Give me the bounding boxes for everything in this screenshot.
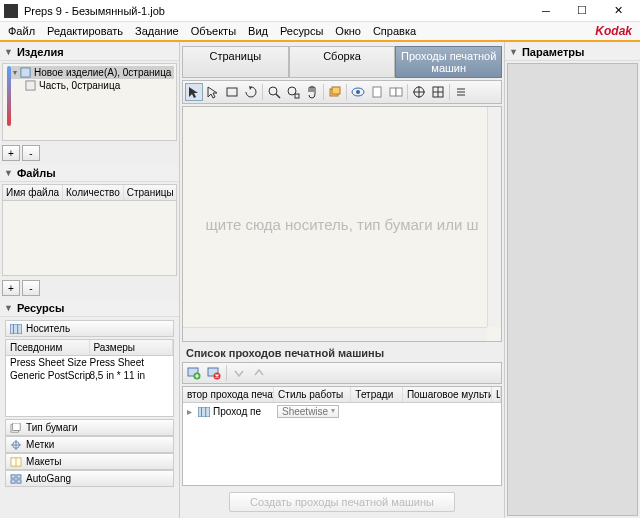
target-tool[interactable]	[410, 83, 428, 101]
list-tool[interactable]	[452, 83, 470, 101]
pressruns-list[interactable]: втор прохода печат Стиль работы Тетради …	[182, 386, 502, 486]
product-item[interactable]: ▾ Новое изделие(A), 0страница	[11, 66, 174, 79]
params-header[interactable]: ▼ Параметры	[505, 44, 640, 61]
zoom-tool[interactable]	[265, 83, 283, 101]
menu-bar: Файл Редактировать Задание Объекты Вид Р…	[0, 22, 640, 42]
media-list[interactable]: Псевдоним Размеры Press Sheet Size Press…	[5, 339, 174, 417]
svg-rect-6	[13, 423, 21, 431]
pressruns-columns: втор прохода печат Стиль работы Тетради …	[183, 387, 501, 403]
media-row[interactable]: Generic PostScript Printer 8,5 in * 11 i…	[6, 369, 173, 382]
delete-run-button[interactable]	[205, 364, 223, 382]
files-header[interactable]: ▼ Файлы	[0, 165, 179, 182]
products-tree[interactable]: ▾ Новое изделие(A), 0страница Часть, 0ст…	[2, 63, 177, 141]
col-run-id[interactable]: втор прохода печат	[183, 387, 274, 402]
minimize-button[interactable]: ─	[528, 1, 564, 21]
direct-select-tool[interactable]	[204, 83, 222, 101]
resources-header[interactable]: ▼ Ресурсы	[0, 300, 179, 317]
run-icon	[198, 407, 210, 417]
preview-tool[interactable]	[349, 83, 367, 101]
products-remove-button[interactable]: -	[22, 145, 40, 161]
pan-tool[interactable]	[303, 83, 321, 101]
col-pages[interactable]: Страницы	[124, 185, 177, 200]
media-section[interactable]: Носитель	[5, 320, 174, 337]
menu-job[interactable]: Задание	[129, 23, 185, 39]
params-body	[507, 63, 638, 516]
zoom-fit-tool[interactable]	[284, 83, 302, 101]
pressrun-row[interactable]: ▸ Проход пе Sheetwise	[183, 403, 501, 420]
grid-tool[interactable]	[429, 83, 447, 101]
media-row[interactable]: Press Sheet Size Press Sheet	[6, 356, 173, 369]
view-tabs: Страницы Сборка Проходы печатной машин	[182, 46, 502, 78]
layers-tool[interactable]	[326, 83, 344, 101]
canvas-toolbar	[182, 80, 502, 104]
media-label: Носитель	[26, 323, 70, 334]
svg-rect-25	[373, 87, 381, 97]
files-list[interactable]: Имя файла Количество Страницы Обрезк	[2, 184, 177, 276]
svg-rect-16	[227, 88, 237, 96]
pressruns-toolbar	[182, 362, 502, 384]
collapse-icon: ▼	[4, 168, 13, 178]
select-tool[interactable]	[185, 83, 203, 101]
resources-title: Ресурсы	[17, 302, 64, 314]
files-remove-button[interactable]: -	[22, 280, 40, 296]
left-panel: ▼ Изделия ▾ Новое изделие(A), 0страница …	[0, 42, 180, 518]
rotate-tool[interactable]	[242, 83, 260, 101]
run-name: Проход пе	[213, 406, 277, 417]
page-tool[interactable]	[368, 83, 386, 101]
stock-section[interactable]: Тип бумаги	[5, 419, 174, 436]
close-button[interactable]: ✕	[600, 1, 636, 21]
svg-rect-41	[198, 407, 210, 417]
media-icon	[10, 324, 22, 334]
menu-help[interactable]: Справка	[367, 23, 422, 39]
expand-icon[interactable]: ▸	[187, 406, 195, 417]
menu-window[interactable]: Окно	[329, 23, 367, 39]
collapse-icon: ▼	[4, 303, 13, 313]
svg-point-24	[356, 90, 360, 94]
part-item[interactable]: Часть, 0страница	[11, 79, 174, 92]
menu-objects[interactable]: Объекты	[185, 23, 242, 39]
products-add-button[interactable]: +	[2, 145, 20, 161]
move-down-button[interactable]	[230, 364, 248, 382]
brand-logo: Kodak	[595, 24, 632, 38]
svg-rect-15	[17, 479, 21, 482]
products-header[interactable]: ▼ Изделия	[0, 44, 179, 61]
rect-tool[interactable]	[223, 83, 241, 101]
expand-icon: ▾	[13, 68, 17, 77]
menu-view[interactable]: Вид	[242, 23, 274, 39]
menu-resources[interactable]: Ресурсы	[274, 23, 329, 39]
stock-icon	[10, 423, 22, 433]
spread-tool[interactable]	[387, 83, 405, 101]
col-alias[interactable]: Псевдоним	[6, 340, 90, 355]
col-count[interactable]: Количество	[63, 185, 124, 200]
tab-pressruns[interactable]: Проходы печатной машин	[395, 46, 502, 78]
vertical-scrollbar[interactable]	[487, 107, 501, 327]
params-title: Параметры	[522, 46, 584, 58]
menu-edit[interactable]: Редактировать	[41, 23, 129, 39]
create-pressruns-button[interactable]: Создать проходы печатной машины	[229, 492, 455, 512]
layouts-section[interactable]: Макеты	[5, 453, 174, 470]
col-sigs[interactable]: Тетради	[351, 387, 403, 402]
tab-pages[interactable]: Страницы	[182, 46, 289, 78]
window-title: Preps 9 - Безымянный-1.job	[24, 5, 528, 17]
files-add-button[interactable]: +	[2, 280, 20, 296]
col-filename[interactable]: Имя файла	[3, 185, 63, 200]
menu-file[interactable]: Файл	[2, 23, 41, 39]
marks-section[interactable]: Метки	[5, 436, 174, 453]
canvas-area[interactable]: щите сюда носитель, тип бумаги или ш	[182, 106, 502, 342]
right-panel: ▼ Параметры	[504, 42, 640, 518]
col-size[interactable]: Размеры	[90, 340, 174, 355]
horizontal-scrollbar[interactable]	[183, 327, 487, 341]
col-color[interactable]: Ци	[492, 387, 501, 402]
product-label: Новое изделие(A), 0страница	[34, 67, 171, 78]
add-run-button[interactable]	[185, 364, 203, 382]
col-multi[interactable]: Пошаговое мульти	[403, 387, 492, 402]
svg-rect-26	[390, 88, 396, 96]
files-columns: Имя файла Количество Страницы Обрезк	[3, 185, 176, 201]
maximize-button[interactable]: ☐	[564, 1, 600, 21]
svg-rect-13	[17, 474, 21, 477]
col-workstyle[interactable]: Стиль работы	[274, 387, 351, 402]
move-up-button[interactable]	[250, 364, 268, 382]
tab-assembly[interactable]: Сборка	[289, 46, 396, 78]
workstyle-dropdown[interactable]: Sheetwise	[277, 405, 339, 418]
autogang-section[interactable]: AutoGang	[5, 470, 174, 487]
